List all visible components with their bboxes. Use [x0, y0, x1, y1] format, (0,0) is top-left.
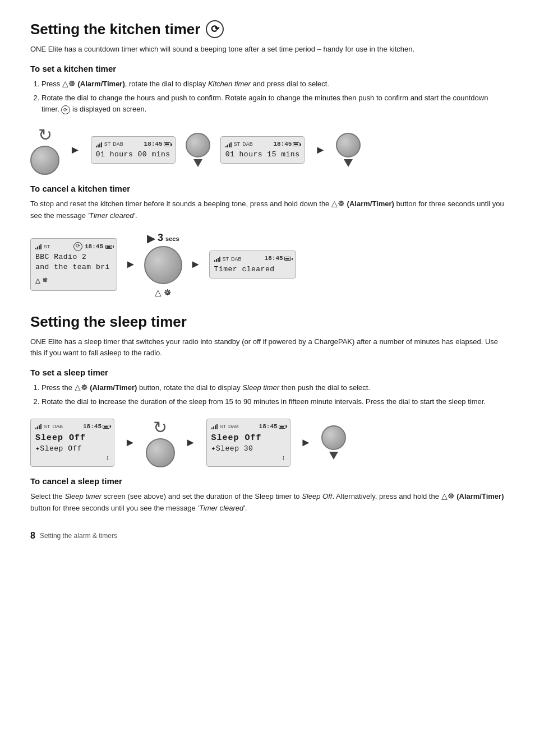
display-box-2: ST DAB 18:45 01 hours 15 mins	[220, 136, 305, 164]
left-icons-4: ST DAB	[214, 254, 242, 263]
sleep-right-2: 18:45	[259, 423, 285, 431]
status-row-3: ST ⟳ 18:45	[35, 242, 112, 251]
hold-knob	[144, 246, 182, 284]
sleep-battery-2	[279, 425, 285, 429]
timer-clock-icon: ⟳	[206, 20, 224, 38]
arrow-1: ►	[70, 143, 81, 156]
sleep-display1-line1: Sleep Off	[35, 432, 109, 444]
set-kitchen-steps: Press △☸ (Alarm/Timer), rotate the dial …	[41, 78, 505, 115]
cancel-display-row: ST ⟳ 18:45 BBC Radio 2 and the team bri …	[30, 231, 505, 298]
display3-line1: BBC Radio 2	[35, 252, 112, 262]
alarm-icon-inline: △☸	[62, 79, 76, 88]
kitchen-timer-intro: ONE Elite has a countdown timer which wi…	[30, 44, 505, 55]
sleep-timer-section: Setting the sleep timer ONE Elite has a …	[30, 313, 505, 514]
st-tag-4: ST	[223, 256, 229, 263]
sleep-display1-line2: ✦Sleep Off	[35, 444, 109, 454]
set-kitchen-title: To set a kitchen timer	[30, 64, 505, 73]
alarm-bell-icon-2: △	[155, 287, 162, 298]
st-tag-1: ST	[104, 141, 111, 148]
up-arrow-wrap-2	[336, 133, 361, 167]
display1-line1: 01 hours 00 mins	[96, 150, 170, 160]
sleep-arrow-1: ►	[124, 436, 136, 449]
cancel-kitchen-text: To stop and reset the kitchen timer befo…	[30, 198, 505, 221]
left-icons-2: ST DAB	[225, 140, 253, 149]
sleep-push-knob	[321, 425, 346, 450]
sleep-up-arrow-wrap	[321, 425, 346, 460]
right-icons-2: 18:45	[273, 140, 299, 149]
alarm-icons-row-2: △ ☸	[155, 287, 171, 298]
knob-wrap-1: ↻	[30, 125, 59, 175]
sleep-knob-wrap: ↻	[146, 418, 175, 467]
sleep-timer-heading: Setting the sleep timer	[30, 313, 187, 331]
countdown-icon-inline: ⟳	[61, 105, 70, 114]
sleep-time-2: 18:45	[259, 423, 278, 431]
sleep-display-1: ST DAB 18:45 Sleep Off ✦Sleep Off ↕	[30, 419, 114, 467]
sleep-step-2: Rotate the dial to increase the duration…	[41, 396, 505, 407]
status-row-2: ST DAB 18:45	[225, 140, 300, 149]
dab-tag-4: DAB	[231, 256, 242, 263]
status-row-1: ST DAB 18:45	[96, 140, 170, 149]
sleep-dab-1: DAB	[53, 423, 63, 430]
display-box-4: ST DAB 18:45 Timer cleared	[209, 251, 296, 279]
kitchen-set-display-row: ↻ ► ST DAB 18:45 01 hours 00 mins	[30, 125, 505, 175]
left-icons-1: ST DAB	[96, 140, 123, 149]
sleep-st-2: ST	[220, 423, 227, 430]
sleep-left-icons-2: ST DAB	[211, 423, 239, 431]
alarm-icon-sleep-1: △☸	[75, 383, 88, 392]
sleep-left-icons-1: ST DAB	[35, 423, 63, 431]
time-2: 18:45	[273, 140, 292, 149]
alarm-icons-row: △ ☸	[35, 275, 112, 287]
dab-tag-1: DAB	[113, 141, 123, 148]
sleep-time-1: 18:45	[83, 423, 102, 431]
sleep-arrows-1: ↕	[35, 454, 109, 462]
page-footer: 8 Setting the alarm & timers	[30, 531, 505, 541]
sleep-arrow-2: ►	[185, 436, 196, 449]
sleep-curved-arrow: ↻	[153, 418, 167, 437]
sleep-st-1: ST	[44, 423, 50, 430]
alarm-gear-icon-2: ☸	[164, 287, 171, 298]
page-number: 8	[30, 531, 35, 541]
battery-4	[284, 257, 291, 261]
left-icons-3: ST	[35, 242, 50, 251]
sleep-signal-2	[211, 424, 218, 429]
sleep-down-arrow	[329, 452, 338, 460]
clock-overlay-icon: ⟳	[73, 242, 82, 251]
arrow-2: ►	[315, 143, 326, 156]
display-box-1: ST DAB 18:45 01 hours 00 mins	[91, 136, 176, 164]
curved-arrow-icon-1: ↻	[38, 125, 52, 145]
dial-knob-1	[30, 146, 59, 175]
battery-1	[164, 142, 170, 146]
sleep-timer-intro: ONE Elite has a sleep timer that switche…	[30, 336, 505, 359]
down-arrow-2	[344, 159, 353, 167]
time-3: 18:45	[85, 243, 103, 251]
sleep-dab-2: DAB	[228, 423, 239, 430]
secs-number: 3	[158, 232, 163, 244]
cancel-sleep-text: Select the Sleep timer screen (see above…	[30, 490, 505, 514]
sleep-display2-line1: Sleep Off	[211, 432, 285, 444]
sleep-step-1: Press the △☸ (Alarm/Timer) button, rotat…	[41, 382, 505, 394]
secs-label-wrap: ▶ 3 secs	[147, 231, 179, 245]
sleep-arrow-3: ►	[301, 436, 312, 449]
display2-line1: 01 hours 15 mins	[225, 150, 300, 160]
signal-bars-4	[214, 256, 220, 262]
page-label: Setting the alarm & timers	[40, 532, 117, 540]
kitchen-timer-section: Setting the kitchen timer ⟳ ONE Elite ha…	[30, 20, 505, 298]
sleep-display-2: ST DAB 18:45 Sleep Off ✦Sleep 30 ↕	[206, 419, 290, 467]
sleep-arrows-2: ↕	[211, 454, 285, 462]
display-box-3: ST ⟳ 18:45 BBC Radio 2 and the team bri …	[30, 238, 117, 290]
sleep-status-row-1: ST DAB 18:45	[35, 423, 109, 431]
signal-bars-1	[96, 142, 102, 147]
up-arrow-wrap-1	[186, 133, 210, 167]
signal-bars-3	[35, 244, 41, 249]
down-arrow-1	[193, 159, 202, 167]
display4-line1: Timer cleared	[214, 265, 291, 275]
set-sleep-steps: Press the △☸ (Alarm/Timer) button, rotat…	[41, 382, 505, 407]
alarm-gear-icon: ☸	[43, 275, 48, 287]
kitchen-timer-title: Setting the kitchen timer ⟳	[30, 20, 505, 38]
sleep-status-row-2: ST DAB 18:45	[211, 423, 285, 431]
signal-bars-2	[225, 142, 232, 147]
sleep-battery-1	[103, 425, 109, 429]
arrow-4: ►	[190, 258, 201, 271]
secs-suffix: secs	[165, 235, 179, 242]
push-knob-1	[186, 133, 210, 157]
